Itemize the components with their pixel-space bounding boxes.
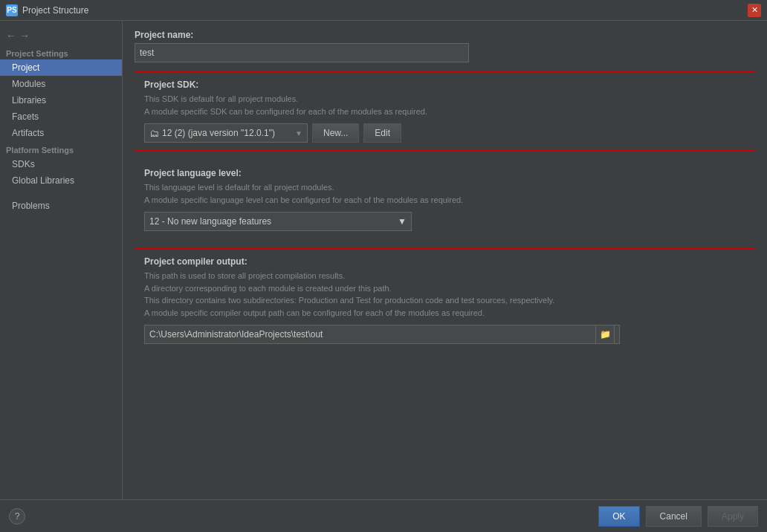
- sdk-section-title: Project SDK:: [144, 80, 745, 90]
- language-section: Project language level: This language le…: [135, 160, 755, 239]
- bottom-bar: ? OK Cancel Apply: [0, 499, 767, 532]
- compiler-desc: This path is used to store all project c…: [144, 270, 745, 319]
- sdk-edit-button[interactable]: Edit: [363, 123, 401, 143]
- sdk-dropdown[interactable]: 🗂 12 (2) (java version "12.0.1") ▼: [144, 123, 308, 143]
- sdk-dropdown-value: 🗂 12 (2) (java version "12.0.1"): [149, 128, 275, 139]
- title-bar-left: PS Project Structure: [6, 4, 88, 16]
- window-title: Project Structure: [22, 5, 88, 16]
- project-name-input[interactable]: [135, 43, 469, 62]
- compiler-section: Project compiler output: This path is us…: [135, 248, 755, 352]
- sidebar: ← → Project Settings Project Modules Lib…: [0, 21, 123, 499]
- project-name-label: Project name:: [135, 30, 755, 40]
- cancel-button[interactable]: Cancel: [646, 506, 702, 527]
- sdk-folder-icon: 🗂: [149, 128, 159, 139]
- close-button[interactable]: ✕: [748, 4, 761, 17]
- language-dropdown-arrow: ▼: [398, 216, 407, 227]
- apply-button[interactable]: Apply: [708, 506, 758, 527]
- sdk-desc-1: This SDK is default for all project modu…: [144, 93, 745, 117]
- back-arrow[interactable]: ←: [6, 30, 16, 42]
- title-bar: PS Project Structure ✕: [0, 0, 767, 21]
- ok-button[interactable]: OK: [598, 506, 639, 527]
- platform-settings-label: Platform Settings: [0, 141, 122, 156]
- bottom-left: ?: [9, 508, 25, 525]
- sidebar-item-modules[interactable]: Modules: [0, 76, 122, 92]
- language-desc: This language level is default for all p…: [144, 181, 745, 206]
- sidebar-item-sdks[interactable]: SDKs: [0, 156, 122, 172]
- sidebar-item-project[interactable]: Project: [0, 59, 122, 76]
- main-container: ← → Project Settings Project Modules Lib…: [0, 21, 767, 499]
- compiler-output-path[interactable]: C:\Users\Administrator\IdeaProjects\test…: [144, 325, 620, 344]
- sidebar-item-facets[interactable]: Facets: [0, 108, 122, 125]
- language-section-title: Project language level:: [144, 168, 745, 178]
- sidebar-item-libraries[interactable]: Libraries: [0, 92, 122, 108]
- sdk-dropdown-arrow: ▼: [295, 129, 302, 137]
- content-area: Project name: Project SDK: This SDK is d…: [123, 21, 767, 499]
- forward-arrow[interactable]: →: [19, 30, 30, 42]
- help-button[interactable]: ?: [9, 508, 25, 525]
- project-settings-label: Project Settings: [0, 45, 122, 59]
- compiler-browse-button[interactable]: 📁: [595, 325, 615, 344]
- sidebar-item-problems[interactable]: Problems: [0, 198, 122, 214]
- sdk-row: 🗂 12 (2) (java version "12.0.1") ▼ New..…: [144, 123, 745, 143]
- compiler-output-row: C:\Users\Administrator\IdeaProjects\test…: [144, 325, 745, 344]
- language-dropdown[interactable]: 12 - No new language features ▼: [144, 212, 412, 231]
- nav-arrows: ← →: [0, 27, 122, 45]
- compiler-section-title: Project compiler output:: [144, 256, 745, 267]
- project-name-section: Project name:: [135, 30, 755, 62]
- sdk-section: Project SDK: This SDK is default for all…: [135, 71, 755, 151]
- sidebar-item-artifacts[interactable]: Artifacts: [0, 125, 122, 141]
- sdk-new-button[interactable]: New...: [312, 123, 359, 143]
- bottom-right: OK Cancel Apply: [598, 506, 758, 527]
- sidebar-item-global-libraries[interactable]: Global Libraries: [0, 172, 122, 189]
- app-icon: PS: [6, 4, 18, 16]
